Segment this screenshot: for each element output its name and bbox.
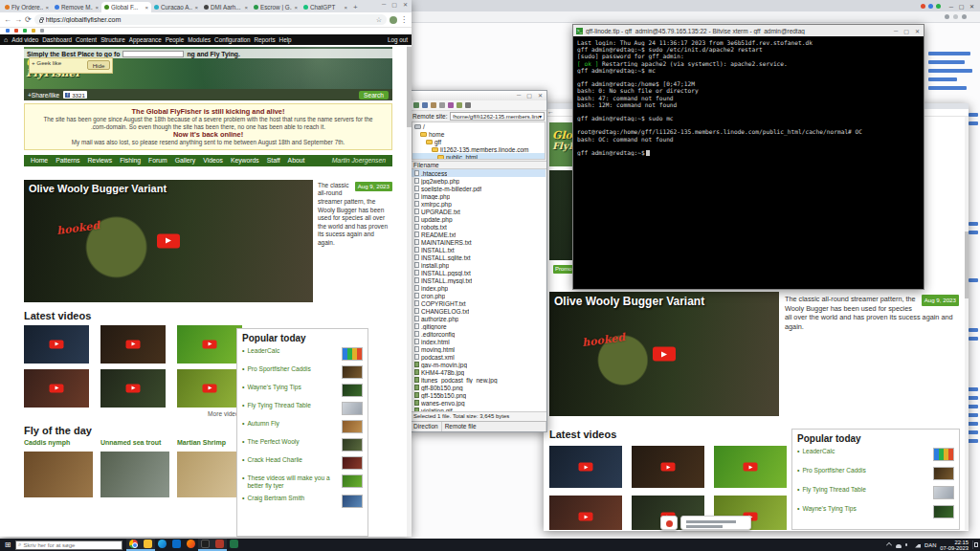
file-row[interactable]: .htaccess: [412, 169, 546, 177]
nav-item[interactable]: Home: [28, 157, 51, 164]
admin-menu-item[interactable]: Content: [76, 36, 97, 43]
file-row[interactable]: INSTALL.pgsql.txt: [412, 269, 546, 276]
site-search-input[interactable]: [122, 51, 184, 57]
maximize-button[interactable]: ▢: [903, 28, 910, 34]
toolbar-icon[interactable]: [431, 102, 436, 108]
popular-item[interactable]: •Pro Sportfisher Caddis: [797, 467, 954, 480]
back-icon[interactable]: ←: [4, 15, 11, 25]
toolbar-icon[interactable]: [962, 14, 967, 19]
onedrive-cloud-icon[interactable]: [896, 544, 902, 548]
video-thumbnail[interactable]: [24, 325, 89, 364]
file-row[interactable]: install.php: [412, 261, 546, 269]
popular-item[interactable]: •Craig Bertram Smith: [242, 495, 363, 508]
extension-icon[interactable]: [936, 4, 941, 9]
terminal-body[interactable]: Last login: Thu Aug 24 11:36:17 2023 fro…: [573, 36, 924, 289]
browser-tab[interactable]: DMI Aarh...×: [201, 2, 251, 12]
tree-node[interactable]: li1262-135.members.linode.com: [412, 145, 545, 153]
article-title[interactable]: Olive Wooly Bugger Variant: [554, 295, 704, 308]
file-row[interactable]: gff-155b150.png: [412, 391, 546, 399]
taskbar-search-input[interactable]: [23, 542, 120, 548]
nav-item[interactable]: Keywords: [228, 157, 262, 164]
video-thumbnail[interactable]: [714, 446, 787, 488]
play-icon[interactable]: [157, 233, 180, 248]
file-row[interactable]: CHANGELOG.txt: [412, 307, 546, 315]
popular-item[interactable]: •LeaderCalc: [797, 448, 954, 461]
close-tab-icon[interactable]: ×: [244, 5, 248, 11]
nav-item[interactable]: Gallery: [172, 157, 199, 164]
popular-item[interactable]: •Wayne's Tying Tips: [242, 384, 363, 397]
logged-in-user[interactable]: Martin Joergensen: [329, 157, 389, 164]
toolbar-icon[interactable]: [457, 102, 462, 108]
remote-path-dropdown[interactable]: /home/gff/li1262-135.members.linode.com▾: [450, 112, 546, 121]
maximize-button[interactable]: ▢: [526, 92, 533, 99]
nav-item[interactable]: Staff: [264, 157, 283, 164]
play-icon[interactable]: [653, 347, 676, 362]
new-tab-button[interactable]: +: [353, 2, 358, 12]
toolbar-icon[interactable]: [413, 102, 419, 108]
file-row[interactable]: robots.txt: [412, 223, 546, 231]
fly-card[interactable]: Unnamed sea trout: [100, 439, 171, 497]
toolbar-icon[interactable]: [422, 102, 428, 108]
file-row[interactable]: INSTALL.mysql.txt: [412, 276, 546, 284]
browser-tab[interactable]: ChatGPT×: [301, 2, 350, 12]
file-row[interactable]: soeliste-m-billeder.pdf: [412, 185, 546, 192]
hide-button[interactable]: Hide: [87, 60, 110, 70]
admin-menu-item[interactable]: Add video: [11, 36, 38, 43]
taskbar-app-chrome[interactable]: [126, 539, 141, 551]
tree-node[interactable]: gff: [412, 138, 545, 145]
address-bar[interactable]: https://globalflyfisher.com ☆: [34, 14, 387, 25]
video-thumbnail[interactable]: [177, 325, 242, 364]
close-button[interactable]: ✕: [403, 1, 409, 8]
bookmark-item[interactable]: [32, 29, 35, 33]
minimize-button[interactable]: ─: [382, 1, 387, 8]
video-thumbnail[interactable]: [549, 496, 622, 530]
bookmark-star-icon[interactable]: ☆: [376, 16, 382, 24]
file-row[interactable]: podcast.xml: [412, 353, 546, 361]
share-like-button[interactable]: +Share/like: [28, 92, 59, 99]
extension-icon[interactable]: [921, 4, 925, 9]
forward-icon[interactable]: →: [14, 15, 22, 25]
file-row[interactable]: moving.html: [412, 345, 546, 353]
file-row[interactable]: INSTALL.sqlite.txt: [412, 253, 546, 261]
file-row[interactable]: COPYRIGHT.txt: [412, 299, 546, 307]
file-row[interactable]: INSTALL.txt: [412, 246, 546, 253]
file-row[interactable]: MAINTAINERS.txt: [412, 238, 546, 246]
taskbar-app-office[interactable]: [227, 539, 241, 551]
bookmark-item[interactable]: [40, 29, 44, 33]
close-button[interactable]: ✕: [538, 92, 544, 99]
maximize-button[interactable]: ▢: [391, 1, 398, 8]
file-row[interactable]: authorize.php: [412, 315, 546, 322]
bookmark-item[interactable]: [6, 29, 10, 33]
close-tab-icon[interactable]: ×: [145, 5, 148, 11]
close-tab-icon[interactable]: ×: [194, 5, 198, 11]
tree-node[interactable]: /: [412, 122, 545, 130]
start-button[interactable]: ⊞: [0, 539, 15, 551]
nav-item[interactable]: Reviews: [84, 157, 115, 164]
admin-home-icon[interactable]: ⌂: [4, 36, 8, 43]
search-button[interactable]: Search: [359, 91, 389, 99]
video-thumbnail[interactable]: [100, 369, 166, 408]
floating-chip[interactable]: [660, 516, 678, 530]
video-thumbnail[interactable]: [24, 369, 89, 408]
taskbar-app-mail[interactable]: [169, 539, 184, 551]
browser-tab[interactable]: Curacao A...×: [151, 2, 201, 12]
ftp-titlebar[interactable]: ─ ▢ ✕: [411, 91, 546, 100]
file-row[interactable]: update.php: [412, 215, 546, 223]
directory-tree[interactable]: / home gff li1262-135.members.linode.com…: [412, 121, 546, 160]
taskbar-app-terminal[interactable]: [198, 539, 212, 551]
admin-menu-item[interactable]: Configuration: [214, 36, 250, 43]
browser-tab[interactable]: Fly Ordere...×: [2, 2, 52, 12]
browser-tab[interactable]: Escrow | G...×: [251, 2, 301, 12]
queue-column-direction[interactable]: Direction: [411, 422, 442, 431]
more-videos-link[interactable]: More videos: [24, 410, 242, 417]
fly-card[interactable]: Caddis nymph: [24, 439, 95, 497]
profile-avatar[interactable]: [390, 16, 397, 24]
popular-item[interactable]: •Pro Sportfisher Caddis: [242, 365, 363, 379]
file-row[interactable]: gav-m-movin.jpg: [412, 361, 546, 368]
close-tab-icon[interactable]: ×: [294, 5, 298, 11]
admin-menu-item[interactable]: Dashboard: [42, 36, 72, 43]
taskbar-app-edge[interactable]: [155, 539, 169, 551]
toolbar-icon[interactable]: [439, 102, 445, 108]
admin-menu-item[interactable]: Structure: [100, 36, 125, 43]
admin-menu-item[interactable]: Appearance: [129, 36, 162, 43]
